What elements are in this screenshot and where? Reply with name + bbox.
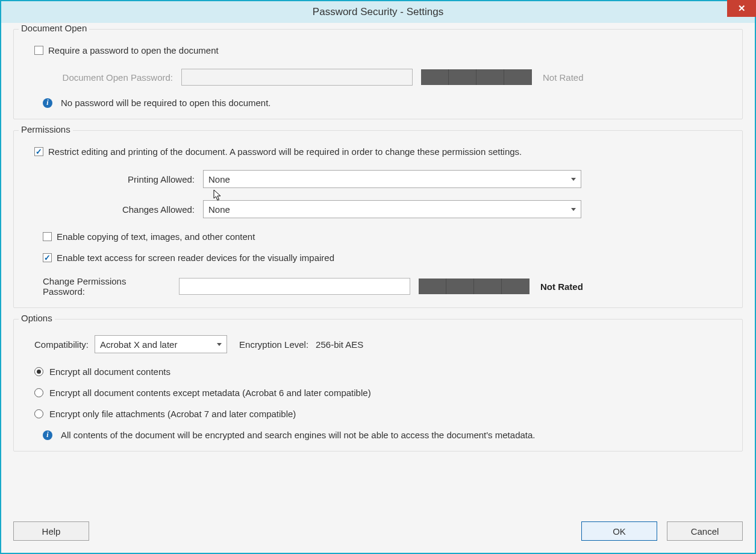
- ok-button[interactable]: OK: [581, 521, 657, 541]
- permissions-section: Permissions Restrict editing and printin…: [13, 130, 743, 308]
- strength-seg: [446, 279, 474, 294]
- password-security-dialog: Password Security - Settings ✕ Document …: [0, 0, 756, 554]
- open-password-input[interactable]: [181, 69, 413, 86]
- change-password-row: Change Permissions Password: Not Rated: [43, 276, 731, 297]
- restrict-row: Restrict editing and printing of the doc…: [34, 146, 731, 157]
- encrypt-all-row: Encrypt all document contents: [34, 367, 731, 377]
- enable-screenreader-checkbox[interactable]: [43, 253, 52, 262]
- compatibility-label: Compatibility:: [34, 339, 89, 350]
- strength-seg: [504, 69, 532, 85]
- help-button[interactable]: Help: [13, 521, 89, 541]
- strength-seg: [502, 279, 530, 294]
- enable-copy-label: Enable copying of text, images, and othe…: [57, 231, 255, 242]
- require-password-row: Require a password to open the document: [34, 45, 731, 55]
- printing-row: Printing Allowed: None: [25, 170, 731, 188]
- enable-copy-checkbox[interactable]: [43, 232, 52, 241]
- info-icon: [43, 98, 52, 108]
- open-password-strength-meter: [421, 69, 532, 85]
- compatibility-row: Compatibility: Acrobat X and later Encry…: [34, 335, 731, 353]
- encrypt-except-metadata-radio[interactable]: [34, 388, 43, 397]
- change-password-strength-meter: [419, 279, 530, 294]
- titlebar: Password Security - Settings ✕: [1, 1, 755, 23]
- printing-allowed-label: Printing Allowed:: [25, 174, 195, 184]
- restrict-editing-checkbox[interactable]: [34, 147, 43, 156]
- enable-screenreader-label: Enable text access for screen reader dev…: [57, 253, 334, 263]
- encryption-level-label: Encryption Level:: [239, 339, 308, 350]
- strength-seg: [449, 69, 476, 85]
- printing-allowed-select[interactable]: None: [203, 170, 581, 188]
- enable-copy-row: Enable copying of text, images, and othe…: [43, 231, 731, 242]
- changes-row: Changes Allowed: None: [25, 200, 731, 218]
- cancel-button[interactable]: Cancel: [667, 521, 743, 541]
- encrypt-all-label: Encrypt all document contents: [49, 367, 170, 377]
- strength-seg: [476, 69, 504, 85]
- changes-allowed-label: Changes Allowed:: [25, 204, 195, 215]
- encrypt-all-radio[interactable]: [34, 367, 43, 376]
- window-title: Password Security - Settings: [313, 6, 443, 18]
- change-password-label: Change Permissions Password:: [43, 276, 170, 297]
- encryption-level-value: 256-bit AES: [316, 339, 363, 350]
- require-password-checkbox[interactable]: [34, 46, 43, 55]
- require-password-label: Require a password to open the document: [48, 45, 219, 55]
- printing-allowed-value: None: [208, 174, 230, 184]
- change-password-input[interactable]: [179, 278, 410, 295]
- changes-allowed-select[interactable]: None: [203, 200, 581, 218]
- changes-allowed-value: None: [208, 204, 230, 215]
- document-open-section: Document Open Require a password to open…: [13, 29, 743, 119]
- open-password-strength-label: Not Rated: [543, 72, 584, 83]
- strength-seg: [419, 279, 446, 294]
- close-button[interactable]: ✕: [727, 0, 756, 17]
- change-password-strength-label: Not Rated: [540, 282, 583, 292]
- enable-screenreader-row: Enable text access for screen reader dev…: [43, 253, 731, 263]
- encrypt-attachments-radio[interactable]: [34, 409, 43, 418]
- document-open-legend: Document Open: [19, 23, 89, 33]
- info-icon: [43, 430, 52, 440]
- strength-seg: [474, 279, 502, 294]
- compatibility-value: Acrobat X and later: [100, 339, 177, 350]
- strength-seg: [421, 69, 449, 85]
- options-info-text: All contents of the document will be enc…: [61, 430, 536, 440]
- open-password-info-text: No password will be required to open thi…: [61, 98, 271, 108]
- open-password-row: Document Open Password: Not Rated: [43, 69, 731, 86]
- dialog-content: Document Open Require a password to open…: [1, 23, 755, 515]
- encrypt-except-metadata-label: Encrypt all document contents except met…: [49, 388, 371, 398]
- encrypt-attachments-label: Encrypt only file attachments (Acrobat 7…: [49, 409, 296, 419]
- button-bar: Help OK Cancel: [1, 515, 755, 553]
- encrypt-attachments-row: Encrypt only file attachments (Acrobat 7…: [34, 409, 731, 419]
- open-password-info-row: No password will be required to open thi…: [43, 98, 731, 108]
- restrict-editing-label: Restrict editing and printing of the doc…: [48, 146, 522, 157]
- options-info-row: All contents of the document will be enc…: [43, 430, 731, 440]
- open-password-label: Document Open Password:: [43, 72, 173, 83]
- options-legend: Options: [19, 313, 55, 323]
- options-section: Options Compatibility: Acrobat X and lat…: [13, 319, 743, 452]
- permissions-legend: Permissions: [19, 124, 73, 134]
- encrypt-except-metadata-row: Encrypt all document contents except met…: [34, 388, 731, 398]
- compatibility-select[interactable]: Acrobat X and later: [95, 335, 227, 353]
